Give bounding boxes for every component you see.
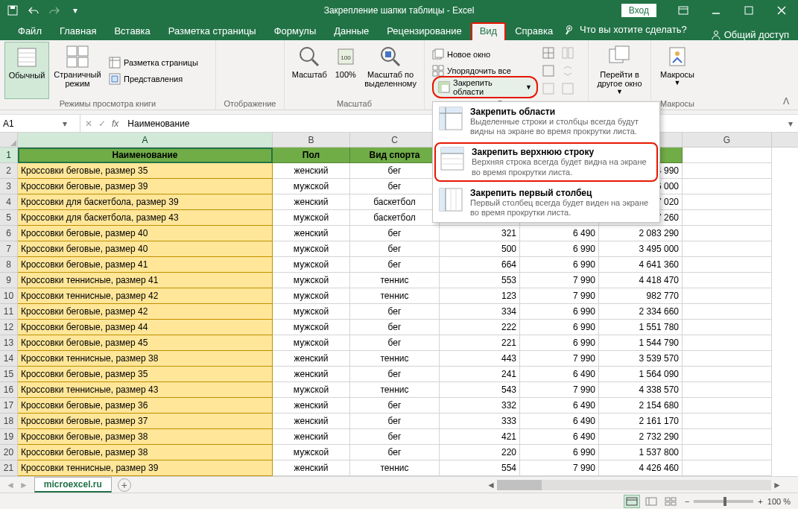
cell[interactable]: 4 641 360: [599, 257, 683, 273]
cell[interactable]: женский: [273, 398, 350, 414]
cell[interactable]: [683, 273, 772, 288]
cell[interactable]: женский: [273, 226, 350, 241]
cell[interactable]: 6 990: [520, 320, 599, 335]
cell[interactable]: Кроссовки теннисные, размер 43: [18, 382, 273, 398]
zoom-100-button[interactable]: 100 100%: [329, 42, 361, 99]
expand-formula-bar-icon[interactable]: ▾: [783, 118, 798, 129]
cell[interactable]: [683, 429, 772, 445]
row-header[interactable]: 5: [0, 210, 18, 226]
tab-данные[interactable]: Данные: [325, 22, 378, 40]
sheet-next-icon[interactable]: ►: [19, 480, 28, 490]
cell[interactable]: [683, 382, 772, 398]
cell[interactable]: мужской: [273, 304, 350, 320]
cell[interactable]: бег: [350, 429, 440, 445]
unhide-button[interactable]: [541, 80, 560, 97]
ribbon-display-icon[interactable]: [667, 0, 700, 21]
cell[interactable]: 221: [440, 335, 520, 351]
cell[interactable]: бег: [350, 304, 440, 320]
maximize-icon[interactable]: [732, 0, 765, 21]
reset-pos-button[interactable]: [560, 80, 580, 97]
minimize-icon[interactable]: [700, 0, 732, 21]
status-normal-view-icon[interactable]: [624, 495, 640, 508]
cell[interactable]: [683, 414, 772, 429]
cell[interactable]: теннис: [350, 288, 440, 304]
cell[interactable]: бег: [350, 398, 440, 414]
cell[interactable]: 4 426 460: [599, 460, 683, 476]
cell[interactable]: 332: [440, 398, 520, 414]
cell[interactable]: мужской: [273, 382, 350, 398]
cell[interactable]: Вид спорта: [350, 148, 440, 163]
cell[interactable]: 4 338 570: [599, 382, 683, 398]
tab-разметка страницы[interactable]: Разметка страницы: [159, 22, 265, 40]
cell[interactable]: мужской: [273, 335, 350, 351]
page-layout-button[interactable]: Разметка страницы: [106, 54, 201, 71]
close-icon[interactable]: [765, 0, 798, 21]
cell[interactable]: Кроссовки беговые, размер 41: [18, 257, 273, 273]
cell[interactable]: [683, 445, 772, 460]
cell[interactable]: Кроссовки беговые, размер 40: [18, 241, 273, 257]
cell[interactable]: 982 770: [599, 288, 683, 304]
cell[interactable]: 6 990: [520, 335, 599, 351]
cell[interactable]: 333: [440, 414, 520, 429]
row-header[interactable]: 6: [0, 226, 18, 241]
cell[interactable]: Кроссовки для баскетбола, размер 43: [18, 210, 273, 226]
cell[interactable]: Наименование: [18, 148, 273, 163]
sheet-prev-icon[interactable]: ◄: [6, 480, 15, 490]
cell[interactable]: бег: [350, 241, 440, 257]
select-all-corner[interactable]: [0, 133, 18, 147]
cell[interactable]: Кроссовки беговые, размер 37: [18, 414, 273, 429]
cell[interactable]: 553: [440, 273, 520, 288]
cell[interactable]: 6 490: [520, 429, 599, 445]
cell[interactable]: 6 490: [520, 367, 599, 382]
hscroll-track[interactable]: [497, 480, 771, 490]
cell[interactable]: Кроссовки теннисные, размер 42: [18, 288, 273, 304]
zoom-in-button[interactable]: +: [758, 497, 762, 506]
cell[interactable]: Кроссовки беговые, размер 45: [18, 335, 273, 351]
cell[interactable]: бег: [350, 179, 440, 194]
login-button[interactable]: Вход: [621, 4, 656, 17]
row-header[interactable]: 19: [0, 429, 18, 445]
cell[interactable]: [683, 320, 772, 335]
row-header[interactable]: 21: [0, 460, 18, 476]
cell[interactable]: мужской: [273, 288, 350, 304]
cell[interactable]: мужской: [273, 445, 350, 460]
cell[interactable]: [683, 335, 772, 351]
fx-icon[interactable]: fx: [112, 118, 118, 129]
cell[interactable]: Кроссовки беговые, размер 42: [18, 304, 273, 320]
redo-icon[interactable]: [46, 2, 63, 19]
row-header[interactable]: 2: [0, 163, 18, 179]
normal-view-button[interactable]: Обычный: [4, 42, 49, 99]
row-header[interactable]: 17: [0, 398, 18, 414]
macros-button[interactable]: Макросы ▼: [656, 42, 699, 99]
tell-me-search[interactable]: Что вы хотите сделать?: [565, 24, 687, 35]
collapse-ribbon-icon[interactable]: ᐱ: [783, 96, 795, 108]
cell[interactable]: [683, 367, 772, 382]
tab-файл[interactable]: Файл: [9, 22, 51, 40]
freeze-first-col-item[interactable]: Закрепить первый столбецПервый столбец в…: [433, 183, 659, 222]
page-break-view-button[interactable]: Страничный режим: [49, 42, 106, 99]
row-header[interactable]: 7: [0, 241, 18, 257]
zoom-level[interactable]: 100 %: [767, 497, 791, 506]
cell[interactable]: бег: [350, 367, 440, 382]
cell[interactable]: 222: [440, 320, 520, 335]
cell[interactable]: женский: [273, 194, 350, 210]
custom-views-button[interactable]: Представления: [106, 71, 201, 87]
cell[interactable]: 3 495 000: [599, 241, 683, 257]
row-header[interactable]: 9: [0, 273, 18, 288]
cell[interactable]: мужской: [273, 210, 350, 226]
cell[interactable]: мужской: [273, 257, 350, 273]
cell[interactable]: Кроссовки беговые, размер 38: [18, 429, 273, 445]
save-icon[interactable]: [4, 2, 21, 19]
cell[interactable]: [683, 148, 772, 163]
row-header[interactable]: 12: [0, 320, 18, 335]
cell[interactable]: 500: [440, 241, 520, 257]
col-header[interactable]: C: [350, 133, 440, 147]
cell[interactable]: женский: [273, 429, 350, 445]
cell[interactable]: Кроссовки беговые, размер 40: [18, 226, 273, 241]
hscroll-left-icon[interactable]: ◄: [485, 479, 497, 491]
cell[interactable]: 421: [440, 429, 520, 445]
cell[interactable]: 6 990: [520, 257, 599, 273]
zoom-out-button[interactable]: −: [685, 497, 689, 506]
cell[interactable]: [683, 226, 772, 241]
cell[interactable]: Кроссовки беговые, размер 38: [18, 445, 273, 460]
